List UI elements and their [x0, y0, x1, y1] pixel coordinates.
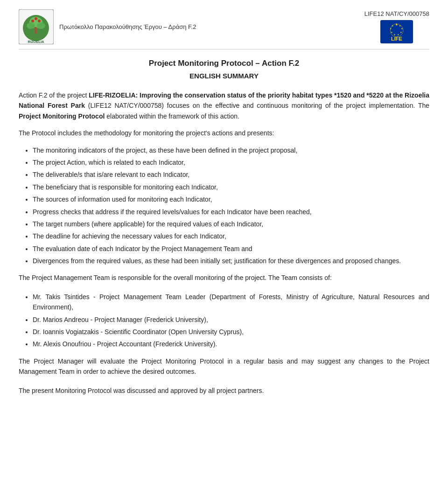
- list-item: The target numbers (where applicable) fo…: [33, 219, 429, 229]
- list-item: Dr. Marios Andreou - Project Manager (Fr…: [33, 315, 429, 325]
- rizoelia-logo: RIZOELIA: [19, 9, 54, 44]
- header-title: Πρωτόκολλο Παρακολούθησης Έργου – Δράση …: [59, 23, 196, 30]
- header-right: LIFE12 NAT/CY/000758 LIFE ★ ★ ★ ★ ★: [364, 10, 429, 43]
- closing-paragraph: The present Monitoring Protocol was disc…: [19, 385, 429, 396]
- life-ref: LIFE12 NAT/CY/000758: [364, 10, 429, 17]
- list-item: Divergences from the required values, as…: [33, 256, 429, 266]
- list-item: The project Action, which is related to …: [33, 157, 429, 168]
- list-item: The sources of information used for moni…: [33, 194, 429, 204]
- list-item: The monitoring indicators of the project…: [33, 145, 429, 155]
- list-item: Mr. Alexis Onoufriou - Project Accountan…: [33, 339, 429, 349]
- methodology-intro: The Protocol includes the methodology fo…: [19, 128, 429, 138]
- svg-point-7: [35, 17, 37, 20]
- intro-paragraph: Action F.2 of the project LIFE-RIZOELIA:…: [19, 90, 429, 121]
- header-left: RIZOELIA Πρωτόκολλο Παρακολούθησης Έργου…: [19, 9, 196, 44]
- svg-rect-5: [35, 27, 37, 34]
- team-list: Mr. Takis Tsintides - Project Management…: [33, 292, 429, 350]
- list-item: Progress checks that address if the requ…: [33, 207, 429, 217]
- header-divider: [19, 49, 429, 49]
- header: RIZOELIA Πρωτόκολλο Παρακολούθησης Έργου…: [19, 9, 429, 44]
- management-paragraph: The Project Management Team is responsib…: [19, 273, 429, 283]
- bullet-list: The monitoring indicators of the project…: [33, 145, 429, 266]
- list-item: Dr. Ioannis Vogiatzakis - Scientific Coo…: [33, 327, 429, 337]
- svg-point-4: [37, 22, 45, 29]
- page: RIZOELIA Πρωτόκολλο Παρακολούθησης Έργου…: [0, 0, 448, 504]
- list-item: The beneficiary that is responsible for …: [33, 182, 429, 192]
- list-item: Mr. Takis Tsintides - Project Management…: [33, 292, 429, 313]
- svg-point-8: [38, 20, 41, 22]
- svg-text:LIFE: LIFE: [391, 36, 402, 42]
- main-title: Project Monitoring Protocol – Action F.2: [19, 59, 429, 68]
- sub-title: ENGLISH SUMMARY: [19, 72, 429, 80]
- life-logo: LIFE ★ ★ ★ ★ ★ ★ ★ ★ ★: [380, 20, 413, 43]
- svg-point-3: [27, 22, 35, 29]
- list-item: The evaluation date of each Indicator by…: [33, 244, 429, 254]
- svg-text:RIZOELIA: RIZOELIA: [28, 40, 45, 44]
- manager-paragraph: The Project Manager will evaluate the Pr…: [19, 356, 429, 377]
- list-item: The deadline for achieving the necessary…: [33, 231, 429, 241]
- svg-point-6: [31, 20, 34, 22]
- list-item: The deliverable/s that is/are relevant t…: [33, 169, 429, 180]
